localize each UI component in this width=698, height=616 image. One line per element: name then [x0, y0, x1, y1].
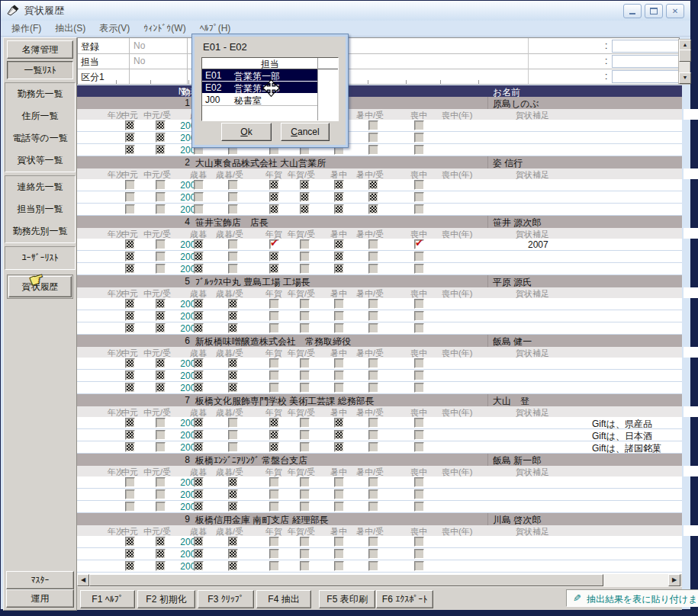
- checkbox-歳暮/受[interactable]: [228, 358, 238, 368]
- checkbox-年賀/受[interactable]: [300, 430, 310, 440]
- record-name-row[interactable]: 8板橋ｴﾝｼﾞﾆｱﾘﾝｸﾞ 常盤台支店飯島 新一郎: [77, 454, 682, 466]
- scroll-right-icon[interactable]: ▶: [668, 574, 680, 586]
- checkbox-中元/受[interactable]: [156, 311, 166, 321]
- checkbox-年賀[interactable]: [269, 489, 279, 499]
- checkbox-歳暮[interactable]: [194, 192, 204, 202]
- checkbox-中元[interactable]: [125, 537, 135, 547]
- checkbox-暑中/受[interactable]: [368, 204, 378, 214]
- checkbox-中元/受[interactable]: [156, 477, 166, 487]
- hscrollbar-track[interactable]: [603, 574, 668, 586]
- checkbox-暑中[interactable]: [334, 323, 344, 333]
- menu-item-2[interactable]: 表示(V): [96, 21, 133, 36]
- checkbox-歳暮/受[interactable]: [228, 299, 238, 309]
- checkbox-暑中/受[interactable]: [368, 264, 378, 274]
- checkbox-中元/受[interactable]: [156, 239, 166, 249]
- checkbox-喪中[interactable]: [414, 145, 424, 155]
- checkbox-中元/受[interactable]: [156, 120, 166, 130]
- checkbox-喪中[interactable]: [414, 120, 424, 130]
- checkbox-暑中[interactable]: [334, 252, 344, 261]
- staff-row-J00[interactable]: J00秘書室: [202, 94, 317, 106]
- checkbox-中元/受[interactable]: [156, 442, 166, 452]
- checkbox-年賀[interactable]: [269, 323, 279, 333]
- checkbox-中元/受[interactable]: [156, 561, 166, 571]
- checkbox-喪中[interactable]: [414, 133, 424, 143]
- checkbox-暑中[interactable]: [334, 239, 344, 249]
- checkbox-歳暮[interactable]: [194, 252, 204, 261]
- checkbox-中元/受[interactable]: [156, 133, 166, 143]
- checkbox-年賀[interactable]: [269, 537, 279, 547]
- checkbox-歳暮/受[interactable]: [228, 264, 238, 274]
- checkbox-暑中/受[interactable]: [368, 133, 378, 143]
- checkbox-年賀[interactable]: [269, 239, 279, 249]
- record-name-row[interactable]: 9板橋信用金庫 南町支店 経理部長川島 啓次郎: [77, 513, 682, 525]
- checkbox-中元[interactable]: [125, 371, 135, 380]
- checkbox-暑中/受[interactable]: [368, 371, 378, 380]
- form-field[interactable]: No: [129, 53, 188, 69]
- form-field-right[interactable]: [612, 55, 679, 68]
- checkbox-歳暮/受[interactable]: [228, 537, 238, 547]
- checkbox-歳暮/受[interactable]: [228, 323, 238, 333]
- checkbox-歳暮[interactable]: [194, 358, 204, 368]
- horizontal-scrollbar[interactable]: ◀ ▶: [77, 574, 682, 586]
- checkbox-歳暮[interactable]: [194, 180, 204, 190]
- checkbox-中元/受[interactable]: [156, 537, 166, 547]
- checkbox-歳暮/受[interactable]: [228, 489, 238, 499]
- checkbox-中元/受[interactable]: [156, 358, 166, 368]
- function-button-f3[interactable]: F3 ｸﾘｯﾌﾟ: [198, 590, 254, 608]
- checkbox-歳暮[interactable]: [194, 323, 204, 333]
- checkbox-暑中[interactable]: [334, 180, 344, 190]
- checkbox-喪中[interactable]: [414, 252, 424, 261]
- checkbox-歳暮/受[interactable]: [228, 502, 238, 512]
- checkbox-歳暮/受[interactable]: [228, 204, 238, 214]
- function-button-f5[interactable]: F5 表印刷: [319, 590, 375, 608]
- checkbox-喪中[interactable]: [414, 311, 424, 321]
- checkbox-中元[interactable]: [125, 120, 135, 130]
- checkbox-年賀[interactable]: [269, 442, 279, 452]
- checkbox-中元/受[interactable]: [156, 418, 166, 428]
- sidebar-item-1-2[interactable]: 勤務先別一覧: [5, 220, 75, 242]
- sidebar-item-0-2[interactable]: 電話等の一覧: [5, 127, 75, 149]
- checkbox-歳暮[interactable]: [194, 371, 204, 380]
- sidebar-button-operation[interactable]: 運用: [6, 589, 74, 608]
- checkbox-中元/受[interactable]: [156, 145, 166, 155]
- checkbox-暑中[interactable]: [334, 264, 344, 274]
- checkbox-年賀[interactable]: [269, 264, 279, 274]
- checkbox-年賀[interactable]: [269, 358, 279, 368]
- checkbox-暑中/受[interactable]: [368, 549, 378, 559]
- checkbox-歳暮/受[interactable]: [228, 383, 238, 393]
- record-name-row[interactable]: 5ﾌﾞﾙｯｸｽ中丸 豊島工場 工場長平原 源氏: [77, 275, 682, 287]
- ok-button[interactable]: Ok: [221, 123, 272, 141]
- form-field-right[interactable]: [612, 40, 679, 53]
- checkbox-暑中/受[interactable]: [368, 537, 378, 547]
- checkbox-中元[interactable]: [125, 323, 135, 333]
- sidebar-button-0[interactable]: 名簿管理: [7, 40, 73, 59]
- scroll-down-icon[interactable]: ▼: [679, 72, 691, 84]
- sidebar-item-2-0[interactable]: ﾕｰｻﾞｰﾘｽﾄ: [5, 247, 75, 269]
- checkbox-歳暮[interactable]: [194, 442, 204, 452]
- checkbox-暑中[interactable]: [334, 204, 344, 214]
- checkbox-喪中[interactable]: [414, 264, 424, 274]
- sidebar-item-1-1[interactable]: 担当別一覧: [5, 198, 75, 220]
- checkbox-暑中/受[interactable]: [368, 418, 378, 428]
- checkbox-中元/受[interactable]: [156, 192, 166, 202]
- checkbox-年賀[interactable]: [269, 561, 279, 571]
- checkbox-年賀[interactable]: [269, 252, 279, 261]
- checkbox-年賀/受[interactable]: [300, 239, 310, 249]
- checkbox-暑中/受[interactable]: [368, 323, 378, 333]
- checkbox-歳暮/受[interactable]: [228, 180, 238, 190]
- checkbox-中元/受[interactable]: [156, 264, 166, 274]
- checkbox-喪中[interactable]: [414, 430, 424, 440]
- checkbox-歳暮[interactable]: [194, 477, 204, 487]
- minimize-button[interactable]: [623, 4, 642, 18]
- checkbox-年賀[interactable]: [269, 180, 279, 190]
- checkbox-暑中/受[interactable]: [368, 120, 378, 130]
- checkbox-歳暮/受[interactable]: [228, 192, 238, 202]
- checkbox-年賀/受[interactable]: [300, 383, 310, 393]
- checkbox-年賀[interactable]: [269, 371, 279, 380]
- record-name-row[interactable]: 1板橋信用金庫 南原島しのぶ: [77, 97, 682, 109]
- checkbox-喪中[interactable]: [414, 418, 424, 428]
- checkbox-年賀/受[interactable]: [300, 358, 310, 368]
- checkbox-中元[interactable]: [125, 489, 135, 499]
- cancel-button[interactable]: Cancel: [281, 123, 330, 141]
- checkbox-中元[interactable]: [125, 358, 135, 368]
